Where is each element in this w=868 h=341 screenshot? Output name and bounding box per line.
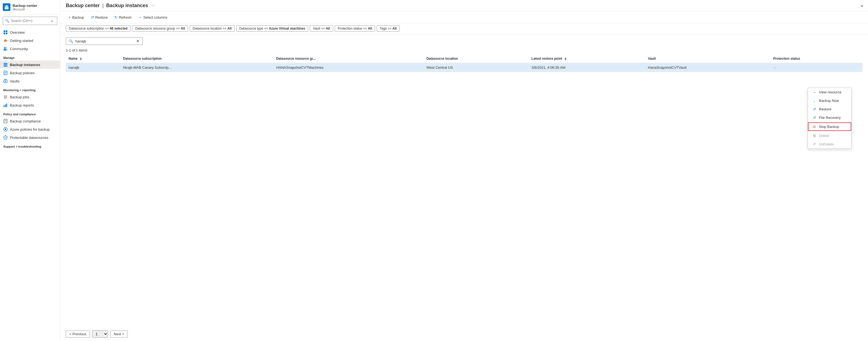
page-select[interactable]: 1 bbox=[92, 330, 108, 338]
context-menu-undelete[interactable]: ↺ UnDelete bbox=[808, 140, 851, 148]
backup-icon: + bbox=[68, 15, 71, 20]
filter-chips: Datasource subscription == 66 selected D… bbox=[60, 23, 868, 34]
sidebar-item-backup-jobs[interactable]: Backup jobs bbox=[0, 93, 60, 101]
svg-point-7 bbox=[4, 47, 6, 49]
sidebar-item-label: Backup policies bbox=[10, 71, 35, 75]
sidebar-item-backup-compliance[interactable]: Backup compliance bbox=[0, 117, 60, 125]
filter-protection-status[interactable]: Protection status == All bbox=[335, 26, 375, 32]
app-title: Backup center bbox=[12, 4, 37, 8]
backup-reports-icon bbox=[3, 103, 8, 107]
restore-icon: ↺ bbox=[91, 15, 94, 20]
main-content: Backup center | Backup instances ··· ✕ +… bbox=[60, 0, 868, 341]
delete-icon: 🗑 bbox=[812, 134, 816, 138]
cell-datasource-sub: Nirajk-MAB Canary Subscrip... bbox=[120, 63, 273, 72]
restore-menu-icon: ↺ bbox=[812, 107, 816, 111]
backup-instances-table: Name Datasource subscription Datasource … bbox=[66, 55, 863, 72]
policy-section-label: Policy and compliance bbox=[0, 109, 60, 117]
svg-point-17 bbox=[5, 81, 6, 82]
sidebar-item-backup-policies[interactable]: Backup policies bbox=[0, 69, 60, 77]
backup-jobs-icon bbox=[3, 95, 8, 99]
toolbar: + Backup ↺ Restore ↻ Refresh → Select co… bbox=[60, 11, 868, 23]
sidebar-item-label: Vaults bbox=[10, 79, 20, 83]
search-input[interactable] bbox=[75, 39, 134, 43]
col-latest-restore: Latest restore point bbox=[529, 55, 645, 63]
refresh-button[interactable]: ↻ Refresh bbox=[112, 14, 134, 21]
backup-button[interactable]: + Backup bbox=[66, 14, 87, 21]
sidebar-item-label: Getting started bbox=[10, 39, 33, 43]
sidebar-item-overview[interactable]: Overview bbox=[0, 28, 60, 36]
close-button[interactable]: ✕ bbox=[859, 3, 865, 9]
vaults-icon bbox=[3, 79, 8, 83]
context-menu-backup-now[interactable]: ↓ Backup Now bbox=[808, 96, 851, 105]
items-count: 1-1 of 1 items bbox=[66, 48, 863, 52]
sidebar-item-label: Overview bbox=[10, 30, 25, 35]
sidebar-item-getting-started[interactable]: Getting started bbox=[0, 36, 60, 45]
filter-datasource-rg[interactable]: Datasource resource group == All bbox=[132, 26, 188, 32]
filter-vault[interactable]: Vault == All bbox=[310, 26, 333, 32]
sidebar-item-label: Backup compliance bbox=[10, 119, 41, 123]
search-clear-button[interactable]: ✕ bbox=[136, 39, 140, 43]
context-menu-stop-backup[interactable]: ⊘ Stop Backup bbox=[808, 123, 851, 131]
sidebar-item-azure-policies[interactable]: Azure policies for backup bbox=[0, 125, 60, 133]
sidebar-item-backup-instances[interactable]: Backup instances bbox=[0, 61, 60, 69]
more-row-options-button[interactable]: ··· bbox=[773, 66, 776, 70]
cell-name: hanajb bbox=[66, 63, 120, 72]
getting-started-icon bbox=[3, 38, 8, 43]
filter-tags[interactable]: Tags == All bbox=[377, 26, 399, 32]
col-datasource-rg: Datasource resource gr... bbox=[273, 55, 424, 63]
filter-datasource-type[interactable]: Datasource type == Azure Virtual machine… bbox=[236, 26, 308, 32]
col-vault: Vault bbox=[645, 55, 770, 63]
col-name: Name bbox=[66, 55, 120, 63]
view-resource-icon: → bbox=[812, 90, 816, 94]
backup-now-icon: ↓ bbox=[812, 99, 816, 103]
sidebar-item-protectable-datasources[interactable]: Protectable datasources bbox=[0, 133, 60, 142]
app-logo bbox=[3, 3, 10, 11]
sidebar-item-community[interactable]: Community bbox=[0, 45, 60, 53]
search-field[interactable]: 🔍 ✕ bbox=[66, 37, 143, 45]
backup-compliance-icon bbox=[3, 119, 8, 123]
collapse-button[interactable]: « bbox=[49, 18, 55, 24]
context-menu-restore[interactable]: ↺ Restore bbox=[808, 105, 851, 113]
svg-rect-10 bbox=[4, 64, 7, 65]
protectable-datasources-icon bbox=[3, 135, 8, 140]
svg-rect-6 bbox=[6, 33, 7, 34]
context-menu-view-resource[interactable]: → View resource bbox=[808, 88, 851, 96]
svg-rect-9 bbox=[4, 63, 7, 64]
sort-icon-restore[interactable] bbox=[564, 57, 567, 61]
sidebar-search[interactable]: 🔍 « bbox=[3, 17, 57, 25]
table-row[interactable]: hanajb Nirajk-MAB Canary Subscrip... HAN… bbox=[66, 63, 863, 72]
svg-rect-23 bbox=[6, 104, 7, 107]
pagination: < Previous 1 Next > bbox=[60, 327, 868, 341]
filter-datasource-sub[interactable]: Datasource subscription == 66 selected bbox=[66, 26, 130, 32]
sidebar-item-label: Protectable datasources bbox=[10, 136, 48, 140]
sidebar-header: Backup center Microsoft bbox=[0, 0, 60, 14]
support-section-label: Support + troubleshooting bbox=[0, 142, 60, 149]
cell-vault: HanaSnapshotCVTVault bbox=[645, 63, 770, 72]
community-icon bbox=[3, 46, 8, 51]
svg-rect-22 bbox=[5, 104, 6, 107]
col-datasource-location: Datasource location bbox=[424, 55, 529, 63]
filter-datasource-location[interactable]: Datasource location == All bbox=[190, 26, 235, 32]
cell-datasource-rg: HANASnapshotCVTMachines bbox=[273, 63, 424, 72]
manage-section-label: Manage bbox=[0, 53, 60, 61]
app-subtitle: Microsoft bbox=[12, 8, 37, 11]
cell-datasource-location: West Central US bbox=[424, 63, 529, 72]
sidebar-navigation: Overview Getting started Community Manag… bbox=[0, 27, 60, 150]
search-area: 🔍 ✕ bbox=[60, 34, 868, 48]
sidebar-item-vaults[interactable]: Vaults bbox=[0, 77, 60, 85]
sidebar-item-backup-reports[interactable]: Backup reports bbox=[0, 101, 60, 109]
undelete-icon: ↺ bbox=[812, 142, 816, 146]
table-header-row: Name Datasource subscription Datasource … bbox=[66, 55, 863, 63]
next-button[interactable]: Next > bbox=[110, 331, 128, 337]
context-menu-delete[interactable]: 🗑 Delete bbox=[808, 132, 851, 140]
context-menu-file-recovery[interactable]: ↺ File Recovery bbox=[808, 113, 851, 122]
select-columns-button[interactable]: → Select columns bbox=[135, 14, 170, 21]
svg-point-28 bbox=[5, 129, 6, 130]
previous-button[interactable]: < Previous bbox=[66, 331, 90, 337]
sort-icon[interactable] bbox=[80, 57, 82, 61]
sidebar-search-input[interactable] bbox=[11, 19, 48, 23]
more-options-button[interactable]: ··· bbox=[151, 3, 155, 8]
restore-button[interactable]: ↺ Restore bbox=[88, 14, 111, 21]
backup-policies-icon bbox=[3, 71, 8, 75]
svg-rect-11 bbox=[4, 66, 7, 67]
